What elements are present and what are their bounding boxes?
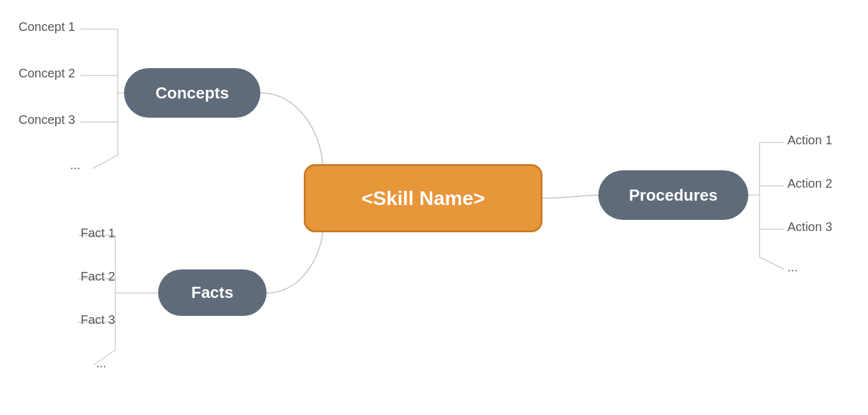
procedures-label: Procedures: [629, 186, 717, 205]
fact-1-leaf: Fact 1: [81, 226, 115, 240]
concepts-node[interactable]: Concepts: [124, 68, 260, 118]
fact-2-leaf: Fact 2: [81, 269, 115, 284]
action-3-leaf: Action 3: [787, 220, 832, 234]
svg-line-3: [93, 155, 118, 168]
concept-2-leaf: Concept 2: [19, 66, 75, 81]
facts-node[interactable]: Facts: [158, 269, 267, 316]
concept-1-leaf: Concept 1: [19, 20, 75, 34]
action-dots-leaf: ...: [787, 260, 798, 274]
action-2-leaf: Action 2: [787, 177, 832, 191]
center-node[interactable]: <Skill Name>: [304, 164, 542, 232]
fact-dots-leaf: ...: [96, 356, 107, 370]
facts-label: Facts: [192, 283, 234, 302]
center-label: <Skill Name>: [361, 187, 485, 210]
procedures-node[interactable]: Procedures: [598, 170, 748, 220]
concept-dots-leaf: ...: [70, 158, 81, 172]
action-1-leaf: Action 1: [787, 133, 832, 147]
concepts-label: Concepts: [156, 84, 229, 103]
concept-3-leaf: Concept 3: [19, 113, 75, 127]
fact-3-leaf: Fact 3: [81, 313, 115, 327]
svg-line-15: [760, 257, 784, 269]
